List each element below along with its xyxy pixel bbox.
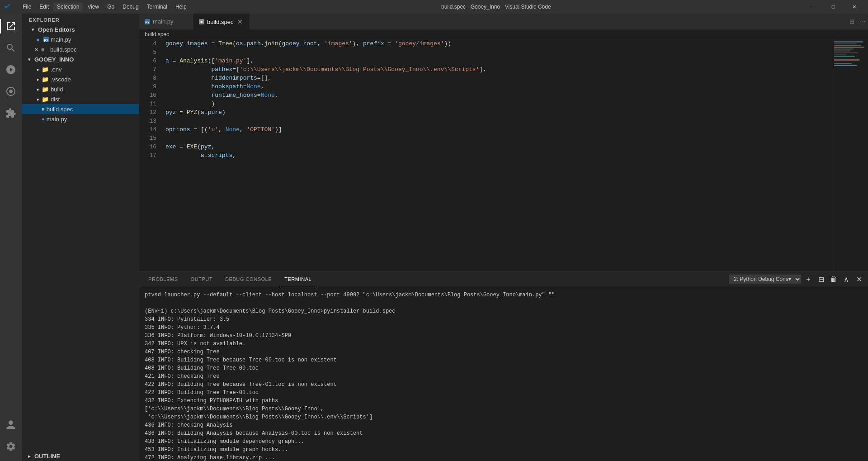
code-lines: gooey_images = Tree(os.path.join(gooey_r… (162, 39, 832, 271)
code-line-12: pyz = PYZ(a.pure) (165, 108, 832, 117)
app-body: Explorer Open Editors ● py main.py ✕ ■ b… (0, 14, 868, 461)
build-label: build (51, 86, 63, 93)
tab-bar: py main.py ■ build.spec ✕ ⊞ ⋯ (139, 14, 868, 29)
menu-help[interactable]: Help (172, 3, 190, 11)
split-editor-button[interactable]: ⊞ (846, 14, 857, 29)
outline-label: OUTLINE (34, 453, 60, 460)
project-section: GOOEY_INNO 📁 .env 📁 .vscode 📁 build 📁 di (22, 54, 139, 124)
outline-arrow (25, 452, 33, 460)
outline-header[interactable]: OUTLINE (22, 451, 139, 461)
menu-terminal[interactable]: Terminal (143, 3, 171, 11)
add-terminal-button[interactable]: ＋ (803, 274, 814, 285)
project-header[interactable]: GOOEY_INNO (22, 54, 139, 64)
panel: PROBLEMS OUTPUT DEBUG CONSOLE TERMINAL 2… (139, 271, 868, 461)
dist-icon: 📁 (42, 96, 49, 103)
code-line-15 (165, 134, 832, 143)
py-icon: py (43, 37, 49, 42)
code-editor[interactable]: 4 5 6 7 8 9 10 11 12 13 14 15 16 17 (139, 39, 832, 271)
title-bar-left: File Edit Selection View Go Debug Termin… (4, 3, 190, 11)
activity-account[interactable] (0, 414, 22, 436)
kill-terminal-button[interactable]: 🗑 (828, 274, 839, 285)
title-bar: File Edit Selection View Go Debug Termin… (0, 0, 868, 14)
menu-edit[interactable]: Edit (36, 3, 52, 11)
tab-problems[interactable]: PROBLEMS (143, 271, 184, 287)
code-content: 4 5 6 7 8 9 10 11 12 13 14 15 16 17 (139, 39, 832, 271)
tab-build-spec[interactable]: ■ build.spec ✕ (193, 14, 250, 29)
open-editors-header[interactable]: Open Editors (22, 24, 139, 34)
panel-right-controls: 2: Python Debug Cons▾ ＋ ⊟ 🗑 ∧ ✕ (729, 274, 864, 285)
spec-file-icon: ■ (39, 46, 47, 53)
open-editor-main-py[interactable]: ● py main.py (22, 34, 139, 44)
folder-dist[interactable]: 📁 dist (22, 94, 139, 104)
line-numbers: 4 5 6 7 8 9 10 11 12 13 14 15 16 17 (139, 39, 162, 271)
activity-settings[interactable] (0, 436, 22, 457)
activity-extensions[interactable] (0, 102, 22, 124)
code-line-5 (165, 48, 832, 57)
window-title: build.spec - Gooey_Inno - Visual Studio … (441, 4, 551, 10)
close-button[interactable]: ✕ (844, 0, 864, 14)
env-arrow (34, 66, 42, 73)
file-main-py[interactable]: ● main.py (22, 114, 139, 124)
folder-vscode[interactable]: 📁 .vscode (22, 74, 139, 84)
menu-debug[interactable]: Debug (119, 3, 142, 11)
panel-tabs: PROBLEMS OUTPUT DEBUG CONSOLE TERMINAL 2… (139, 271, 868, 287)
activity-search[interactable] (0, 37, 22, 59)
menu-view[interactable]: View (84, 3, 103, 11)
build-icon: 📁 (42, 86, 49, 93)
code-line-4: gooey_images = Tree(os.path.join(gooey_r… (165, 39, 832, 48)
open-editor-build-spec[interactable]: ✕ ■ build.spec (22, 44, 139, 54)
terminal-content[interactable]: ptvsd_launcher.py --default --client --h… (139, 287, 868, 461)
activity-bar-bottom (0, 414, 22, 461)
vscode-logo-icon (4, 3, 12, 11)
tab-main-py-icon: py (145, 19, 150, 24)
tab-main-py[interactable]: py main.py (139, 14, 193, 29)
menu-selection[interactable]: Selection (53, 3, 83, 11)
close-panel-button[interactable]: ✕ (854, 274, 864, 285)
tab-output[interactable]: OUTPUT (185, 271, 218, 287)
sidebar: Explorer Open Editors ● py main.py ✕ ■ b… (22, 14, 139, 461)
env-label: .env (51, 66, 62, 73)
maximize-panel-button[interactable]: ∧ (841, 274, 852, 285)
open-editors-arrow (29, 26, 36, 33)
main-py-icon: ● (42, 116, 45, 122)
folder-env[interactable]: 📁 .env (22, 64, 139, 74)
file-build-spec[interactable]: ■ build.spec (22, 104, 139, 114)
activity-bar (0, 14, 22, 461)
more-actions-button[interactable]: ⋯ (857, 14, 868, 29)
code-line-6: a = Analysis(['main.py'], (165, 57, 832, 65)
open-editor-main-py-label: main.py (51, 36, 71, 43)
tab-terminal[interactable]: TERMINAL (279, 271, 317, 287)
maximize-button[interactable]: □ (823, 0, 844, 14)
terminal-selector[interactable]: 2: Python Debug Cons▾ (729, 275, 801, 284)
code-line-8: hiddenimports=[], (165, 74, 832, 82)
dist-label: dist (51, 96, 60, 103)
breadcrumb-file: build.spec (145, 31, 169, 38)
menu-bar: File Edit Selection View Go Debug Termin… (19, 3, 190, 11)
activity-explorer[interactable] (0, 15, 22, 37)
dist-arrow (34, 95, 42, 103)
minimize-button[interactable]: ─ (802, 0, 823, 14)
open-editors-section: Open Editors ● py main.py ✕ ■ build.spec (22, 24, 139, 54)
tab-build-spec-close[interactable]: ✕ (236, 18, 244, 25)
split-terminal-button[interactable]: ⊟ (816, 274, 826, 285)
sidebar-header: Explorer (22, 14, 139, 24)
open-editors-label: Open Editors (38, 26, 75, 33)
activity-debug[interactable] (0, 81, 22, 102)
activity-source-control[interactable] (0, 59, 22, 81)
outline-section: OUTLINE (22, 451, 139, 461)
menu-go[interactable]: Go (104, 3, 118, 11)
tab-build-spec-icon: ■ (199, 19, 204, 24)
code-line-14: options = [('u', None, 'OPTION')] (165, 125, 832, 134)
close-build-spec-icon[interactable]: ✕ (34, 47, 38, 52)
main-py-label: main.py (47, 116, 67, 123)
build-spec-icon: ■ (42, 106, 45, 112)
folder-build[interactable]: 📁 build (22, 84, 139, 94)
code-line-13 (165, 117, 832, 125)
menu-file[interactable]: File (19, 3, 35, 11)
vscode-arrow (34, 76, 42, 83)
tab-debug-console[interactable]: DEBUG CONSOLE (220, 271, 277, 287)
tab-main-py-label: main.py (153, 18, 174, 25)
code-line-11: ) (165, 100, 832, 108)
project-arrow (25, 56, 33, 63)
code-line-17: a.scripts, (165, 151, 832, 160)
